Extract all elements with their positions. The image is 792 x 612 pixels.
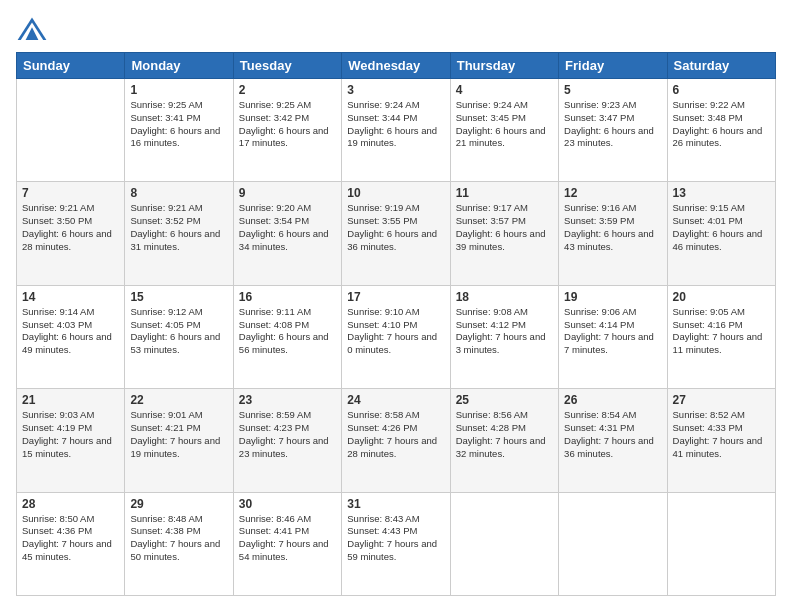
calendar-cell: 12Sunrise: 9:16 AMSunset: 3:59 PMDayligh… <box>559 182 667 285</box>
day-info: Sunrise: 9:16 AMSunset: 3:59 PMDaylight:… <box>564 202 661 253</box>
day-info: Sunrise: 9:17 AMSunset: 3:57 PMDaylight:… <box>456 202 553 253</box>
calendar-cell: 19Sunrise: 9:06 AMSunset: 4:14 PMDayligh… <box>559 285 667 388</box>
calendar-cell: 10Sunrise: 9:19 AMSunset: 3:55 PMDayligh… <box>342 182 450 285</box>
day-info: Sunrise: 9:24 AMSunset: 3:45 PMDaylight:… <box>456 99 553 150</box>
day-info: Sunrise: 8:59 AMSunset: 4:23 PMDaylight:… <box>239 409 336 460</box>
day-number: 10 <box>347 186 444 200</box>
calendar-cell: 27Sunrise: 8:52 AMSunset: 4:33 PMDayligh… <box>667 389 775 492</box>
day-number: 11 <box>456 186 553 200</box>
day-number: 20 <box>673 290 770 304</box>
calendar-cell: 5Sunrise: 9:23 AMSunset: 3:47 PMDaylight… <box>559 79 667 182</box>
calendar-cell: 18Sunrise: 9:08 AMSunset: 4:12 PMDayligh… <box>450 285 558 388</box>
calendar-cell: 1Sunrise: 9:25 AMSunset: 3:41 PMDaylight… <box>125 79 233 182</box>
day-info: Sunrise: 8:50 AMSunset: 4:36 PMDaylight:… <box>22 513 119 564</box>
day-number: 2 <box>239 83 336 97</box>
weekday-header-wednesday: Wednesday <box>342 53 450 79</box>
weekday-header-friday: Friday <box>559 53 667 79</box>
day-number: 22 <box>130 393 227 407</box>
calendar-cell: 26Sunrise: 8:54 AMSunset: 4:31 PMDayligh… <box>559 389 667 492</box>
day-number: 24 <box>347 393 444 407</box>
calendar-page: SundayMondayTuesdayWednesdayThursdayFrid… <box>0 0 792 612</box>
weekday-header-monday: Monday <box>125 53 233 79</box>
day-info: Sunrise: 9:23 AMSunset: 3:47 PMDaylight:… <box>564 99 661 150</box>
day-info: Sunrise: 9:15 AMSunset: 4:01 PMDaylight:… <box>673 202 770 253</box>
day-info: Sunrise: 8:52 AMSunset: 4:33 PMDaylight:… <box>673 409 770 460</box>
week-row-3: 21Sunrise: 9:03 AMSunset: 4:19 PMDayligh… <box>17 389 776 492</box>
calendar-cell: 9Sunrise: 9:20 AMSunset: 3:54 PMDaylight… <box>233 182 341 285</box>
calendar-cell: 20Sunrise: 9:05 AMSunset: 4:16 PMDayligh… <box>667 285 775 388</box>
weekday-header-row: SundayMondayTuesdayWednesdayThursdayFrid… <box>17 53 776 79</box>
calendar-cell: 29Sunrise: 8:48 AMSunset: 4:38 PMDayligh… <box>125 492 233 595</box>
day-number: 23 <box>239 393 336 407</box>
day-number: 8 <box>130 186 227 200</box>
day-info: Sunrise: 9:22 AMSunset: 3:48 PMDaylight:… <box>673 99 770 150</box>
day-info: Sunrise: 9:21 AMSunset: 3:50 PMDaylight:… <box>22 202 119 253</box>
day-number: 5 <box>564 83 661 97</box>
calendar-cell <box>450 492 558 595</box>
calendar-body: 1Sunrise: 9:25 AMSunset: 3:41 PMDaylight… <box>17 79 776 596</box>
day-info: Sunrise: 8:58 AMSunset: 4:26 PMDaylight:… <box>347 409 444 460</box>
day-number: 18 <box>456 290 553 304</box>
day-info: Sunrise: 9:14 AMSunset: 4:03 PMDaylight:… <box>22 306 119 357</box>
day-number: 4 <box>456 83 553 97</box>
day-number: 29 <box>130 497 227 511</box>
day-number: 14 <box>22 290 119 304</box>
day-number: 17 <box>347 290 444 304</box>
day-info: Sunrise: 9:20 AMSunset: 3:54 PMDaylight:… <box>239 202 336 253</box>
calendar-cell: 4Sunrise: 9:24 AMSunset: 3:45 PMDaylight… <box>450 79 558 182</box>
calendar-cell: 7Sunrise: 9:21 AMSunset: 3:50 PMDaylight… <box>17 182 125 285</box>
day-info: Sunrise: 9:10 AMSunset: 4:10 PMDaylight:… <box>347 306 444 357</box>
day-number: 12 <box>564 186 661 200</box>
calendar-cell: 13Sunrise: 9:15 AMSunset: 4:01 PMDayligh… <box>667 182 775 285</box>
day-number: 13 <box>673 186 770 200</box>
calendar-cell <box>667 492 775 595</box>
calendar-cell: 23Sunrise: 8:59 AMSunset: 4:23 PMDayligh… <box>233 389 341 492</box>
calendar-cell: 31Sunrise: 8:43 AMSunset: 4:43 PMDayligh… <box>342 492 450 595</box>
day-number: 26 <box>564 393 661 407</box>
day-number: 15 <box>130 290 227 304</box>
day-info: Sunrise: 9:01 AMSunset: 4:21 PMDaylight:… <box>130 409 227 460</box>
day-info: Sunrise: 9:11 AMSunset: 4:08 PMDaylight:… <box>239 306 336 357</box>
day-info: Sunrise: 8:46 AMSunset: 4:41 PMDaylight:… <box>239 513 336 564</box>
day-number: 16 <box>239 290 336 304</box>
weekday-header-sunday: Sunday <box>17 53 125 79</box>
logo <box>16 16 52 44</box>
day-info: Sunrise: 9:25 AMSunset: 3:41 PMDaylight:… <box>130 99 227 150</box>
calendar-cell: 8Sunrise: 9:21 AMSunset: 3:52 PMDaylight… <box>125 182 233 285</box>
week-row-1: 7Sunrise: 9:21 AMSunset: 3:50 PMDaylight… <box>17 182 776 285</box>
day-info: Sunrise: 9:08 AMSunset: 4:12 PMDaylight:… <box>456 306 553 357</box>
day-info: Sunrise: 8:48 AMSunset: 4:38 PMDaylight:… <box>130 513 227 564</box>
header <box>16 16 776 44</box>
day-info: Sunrise: 9:06 AMSunset: 4:14 PMDaylight:… <box>564 306 661 357</box>
day-number: 9 <box>239 186 336 200</box>
day-number: 1 <box>130 83 227 97</box>
calendar-cell: 28Sunrise: 8:50 AMSunset: 4:36 PMDayligh… <box>17 492 125 595</box>
day-info: Sunrise: 9:21 AMSunset: 3:52 PMDaylight:… <box>130 202 227 253</box>
day-number: 21 <box>22 393 119 407</box>
calendar-cell: 24Sunrise: 8:58 AMSunset: 4:26 PMDayligh… <box>342 389 450 492</box>
day-info: Sunrise: 9:19 AMSunset: 3:55 PMDaylight:… <box>347 202 444 253</box>
calendar-cell: 11Sunrise: 9:17 AMSunset: 3:57 PMDayligh… <box>450 182 558 285</box>
calendar-cell: 30Sunrise: 8:46 AMSunset: 4:41 PMDayligh… <box>233 492 341 595</box>
day-number: 19 <box>564 290 661 304</box>
day-number: 30 <box>239 497 336 511</box>
calendar-cell: 3Sunrise: 9:24 AMSunset: 3:44 PMDaylight… <box>342 79 450 182</box>
calendar-cell: 15Sunrise: 9:12 AMSunset: 4:05 PMDayligh… <box>125 285 233 388</box>
day-number: 3 <box>347 83 444 97</box>
day-info: Sunrise: 9:25 AMSunset: 3:42 PMDaylight:… <box>239 99 336 150</box>
day-info: Sunrise: 9:03 AMSunset: 4:19 PMDaylight:… <box>22 409 119 460</box>
day-info: Sunrise: 8:56 AMSunset: 4:28 PMDaylight:… <box>456 409 553 460</box>
calendar-table: SundayMondayTuesdayWednesdayThursdayFrid… <box>16 52 776 596</box>
day-number: 25 <box>456 393 553 407</box>
week-row-4: 28Sunrise: 8:50 AMSunset: 4:36 PMDayligh… <box>17 492 776 595</box>
calendar-cell: 6Sunrise: 9:22 AMSunset: 3:48 PMDaylight… <box>667 79 775 182</box>
weekday-header-thursday: Thursday <box>450 53 558 79</box>
calendar-cell: 2Sunrise: 9:25 AMSunset: 3:42 PMDaylight… <box>233 79 341 182</box>
calendar-cell: 17Sunrise: 9:10 AMSunset: 4:10 PMDayligh… <box>342 285 450 388</box>
day-info: Sunrise: 8:54 AMSunset: 4:31 PMDaylight:… <box>564 409 661 460</box>
day-number: 7 <box>22 186 119 200</box>
weekday-header-saturday: Saturday <box>667 53 775 79</box>
day-number: 27 <box>673 393 770 407</box>
weekday-header-tuesday: Tuesday <box>233 53 341 79</box>
week-row-0: 1Sunrise: 9:25 AMSunset: 3:41 PMDaylight… <box>17 79 776 182</box>
